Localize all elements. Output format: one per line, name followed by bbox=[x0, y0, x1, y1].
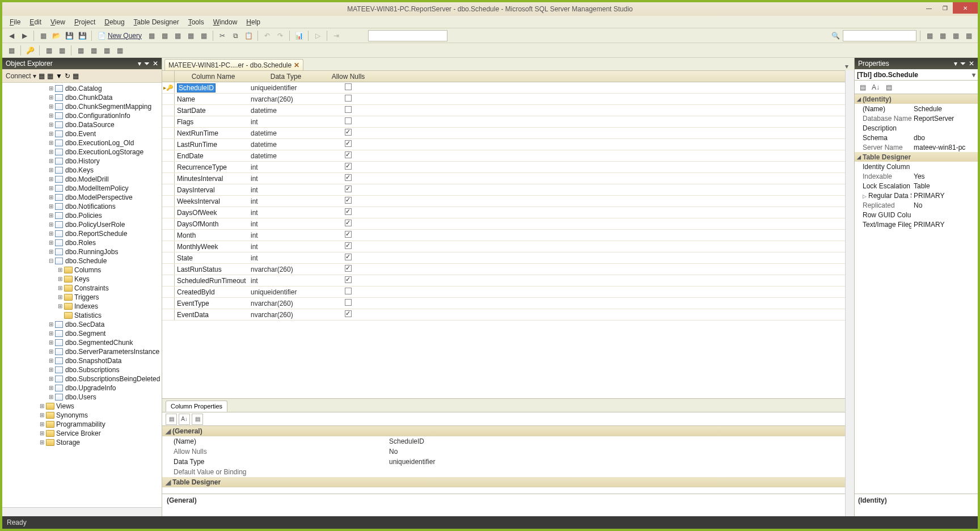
expand-icon[interactable]: ⊞ bbox=[48, 349, 54, 355]
tab-dropdown-icon[interactable]: ▾ bbox=[842, 62, 852, 70]
expand-icon[interactable]: ⊞ bbox=[48, 167, 54, 173]
open-icon[interactable]: 📂 bbox=[50, 30, 62, 41]
tab-close-icon[interactable]: ✕ bbox=[294, 61, 299, 69]
tb2-icon-4[interactable]: ▦ bbox=[56, 45, 67, 56]
cell-column-name[interactable]: LastRunStatus bbox=[175, 266, 248, 273]
expand-icon[interactable]: ⊞ bbox=[39, 440, 45, 445]
menu-debug[interactable]: Debug bbox=[100, 17, 128, 27]
tree-node[interactable]: ⊞dbo.Event bbox=[2, 129, 162, 138]
props-categorized-icon[interactable]: ▤ bbox=[857, 82, 868, 93]
expand-icon[interactable]: ⊞ bbox=[48, 149, 54, 155]
dmx-icon[interactable]: ▦ bbox=[185, 30, 196, 41]
oe-hscrollbar[interactable] bbox=[2, 507, 162, 516]
col-header-name[interactable]: Column Name bbox=[175, 73, 248, 81]
cp-category-general[interactable]: ◢ (General) bbox=[162, 426, 854, 436]
designer-grid[interactable]: Column Name Data Type Allow Nulls ▸🔑Sche… bbox=[162, 70, 854, 398]
designer-row[interactable]: WeeksIntervalint bbox=[162, 196, 854, 207]
tree-node[interactable]: ⊞dbo.SnapshotData bbox=[2, 356, 162, 365]
cut-icon[interactable]: ✂ bbox=[217, 30, 228, 41]
row-gutter[interactable] bbox=[162, 173, 175, 184]
analysis-icon[interactable]: ▦ bbox=[159, 30, 170, 41]
expand-icon[interactable]: ⊞ bbox=[48, 204, 54, 209]
tree-node[interactable]: ⊞dbo.ExecutionLogStorage bbox=[2, 148, 162, 157]
pg-row[interactable]: Schemadbo bbox=[855, 133, 978, 142]
cell-allow-nulls[interactable] bbox=[323, 208, 373, 217]
designer-row[interactable]: Stateint bbox=[162, 252, 854, 264]
expand-icon[interactable]: ⊞ bbox=[57, 304, 64, 309]
cell-allow-nulls[interactable] bbox=[323, 140, 373, 149]
cp-value[interactable]: No bbox=[389, 448, 398, 456]
continue-icon[interactable]: ▷ bbox=[312, 30, 323, 41]
tree-node[interactable]: ⊞dbo.ServerParametersInstance bbox=[2, 347, 162, 356]
tb2-icon-2[interactable]: 🔑 bbox=[24, 45, 36, 56]
expand-icon[interactable]: ⊞ bbox=[48, 176, 54, 182]
tree-node[interactable]: Statistics bbox=[2, 311, 162, 320]
db-engine-query-icon[interactable]: ▦ bbox=[146, 30, 157, 41]
cell-column-name[interactable]: ScheduleID bbox=[175, 84, 248, 92]
col-header-nulls[interactable]: Allow Nulls bbox=[323, 73, 373, 81]
tree-node[interactable]: ⊞Keys bbox=[2, 275, 162, 284]
oe-icon-5[interactable]: ▦ bbox=[73, 72, 79, 80]
designer-row[interactable]: StartDatedatetime bbox=[162, 105, 854, 116]
tree-node[interactable]: ⊞dbo.ReportSchedule bbox=[2, 229, 162, 238]
tree-node[interactable]: ⊞Storage bbox=[2, 438, 162, 447]
menu-tools[interactable]: Tools bbox=[184, 17, 208, 27]
menu-table-designer[interactable]: Table Designer bbox=[130, 17, 183, 27]
cell-data-type[interactable]: int bbox=[248, 186, 323, 194]
expand-icon[interactable]: ⊞ bbox=[48, 376, 54, 382]
cell-data-type[interactable]: nvarchar(260) bbox=[248, 300, 323, 307]
expand-icon[interactable]: ⊞ bbox=[48, 122, 54, 128]
checkbox-icon[interactable] bbox=[345, 140, 352, 147]
props-pin-icon[interactable]: ⏷ bbox=[960, 60, 966, 68]
column-properties-tab[interactable]: Column Properties bbox=[166, 401, 227, 412]
saveall-icon[interactable]: 💾 bbox=[77, 30, 88, 41]
checkbox-icon[interactable] bbox=[345, 151, 352, 158]
checkbox-icon[interactable] bbox=[345, 242, 352, 249]
expand-icon[interactable]: ⊞ bbox=[48, 131, 54, 137]
cell-allow-nulls[interactable] bbox=[323, 231, 373, 239]
tb2-icon-5[interactable]: ▦ bbox=[75, 45, 86, 56]
cell-data-type[interactable]: uniqueidentifier bbox=[248, 288, 323, 296]
minimize-button[interactable]: — bbox=[921, 2, 937, 14]
cell-column-name[interactable]: State bbox=[175, 254, 248, 262]
tree-node[interactable]: ⊞Constraints bbox=[2, 284, 162, 293]
cell-column-name[interactable]: RecurrenceType bbox=[175, 163, 248, 171]
props-object-selector[interactable]: [Tbl] dbo.Schedule▾ bbox=[855, 69, 978, 81]
pg-row[interactable]: Server Namemateev-win81-pc bbox=[855, 142, 978, 152]
script-icon[interactable]: ▦ bbox=[963, 30, 974, 41]
relationships-icon[interactable]: ▦ bbox=[924, 30, 935, 41]
cell-column-name[interactable]: DaysInterval bbox=[175, 186, 248, 194]
props-pages-icon[interactable]: ▤ bbox=[883, 82, 894, 93]
designer-row[interactable]: CreatedByIduniqueidentifier bbox=[162, 286, 854, 298]
paste-icon[interactable]: 📋 bbox=[243, 30, 254, 41]
row-gutter[interactable] bbox=[162, 286, 175, 297]
menu-window[interactable]: Window bbox=[209, 17, 242, 27]
designer-row[interactable]: RecurrenceTypeint bbox=[162, 162, 854, 173]
dropdown-icon[interactable]: ▾ bbox=[138, 60, 141, 68]
expand-icon[interactable]: ⊞ bbox=[48, 140, 54, 146]
expand-icon[interactable]: ⊞ bbox=[39, 403, 45, 409]
cell-data-type[interactable]: datetime bbox=[248, 107, 323, 115]
tree-node[interactable]: ⊞dbo.SecData bbox=[2, 320, 162, 329]
pg-value[interactable]: dbo bbox=[911, 134, 925, 142]
checkbox-icon[interactable] bbox=[345, 231, 352, 238]
tree-node[interactable]: ⊞Columns bbox=[2, 266, 162, 275]
expand-icon[interactable]: ⊞ bbox=[48, 186, 54, 191]
cell-data-type[interactable]: int bbox=[248, 197, 323, 205]
cell-data-type[interactable]: int bbox=[248, 118, 323, 126]
tree-node[interactable]: ⊞dbo.ChunkData bbox=[2, 93, 162, 102]
row-gutter[interactable] bbox=[162, 309, 175, 320]
tree-node[interactable]: ⊞dbo.PolicyUserRole bbox=[2, 220, 162, 229]
cell-data-type[interactable]: int bbox=[248, 163, 323, 171]
pg-category-identity[interactable]: ◢(Identity) bbox=[855, 94, 978, 104]
tree-node[interactable]: ⊞dbo.RunningJobs bbox=[2, 247, 162, 256]
object-explorer-header[interactable]: Object Explorer ▾ ⏷ ✕ bbox=[2, 58, 162, 69]
cell-data-type[interactable]: int bbox=[248, 231, 323, 239]
expand-icon[interactable]: ⊞ bbox=[48, 158, 54, 164]
tree-node[interactable]: ⊞dbo.ModelItemPolicy bbox=[2, 184, 162, 193]
cell-data-type[interactable]: uniqueidentifier bbox=[248, 84, 323, 92]
cell-allow-nulls[interactable] bbox=[323, 106, 373, 115]
cell-allow-nulls[interactable] bbox=[323, 265, 373, 273]
cp-pages-icon[interactable]: ▤ bbox=[192, 414, 203, 425]
row-gutter[interactable] bbox=[162, 94, 175, 104]
